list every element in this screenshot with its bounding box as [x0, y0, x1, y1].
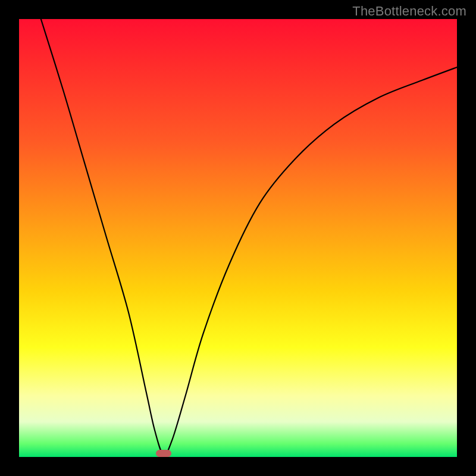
bottleneck-curve [19, 19, 457, 457]
watermark-text: TheBottleneck.com [352, 4, 466, 19]
minimum-marker [156, 450, 171, 457]
chart-frame: TheBottleneck.com [0, 0, 476, 476]
plot-area [19, 19, 457, 457]
